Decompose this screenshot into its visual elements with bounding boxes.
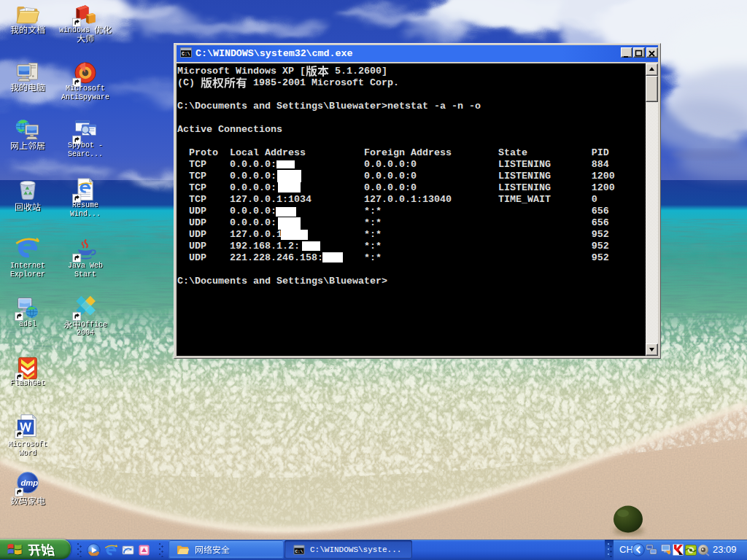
- svg-text:C:\: C:\: [182, 52, 190, 57]
- svg-text:dmp: dmp: [20, 478, 38, 487]
- svg-text:C:\: C:\: [295, 549, 303, 554]
